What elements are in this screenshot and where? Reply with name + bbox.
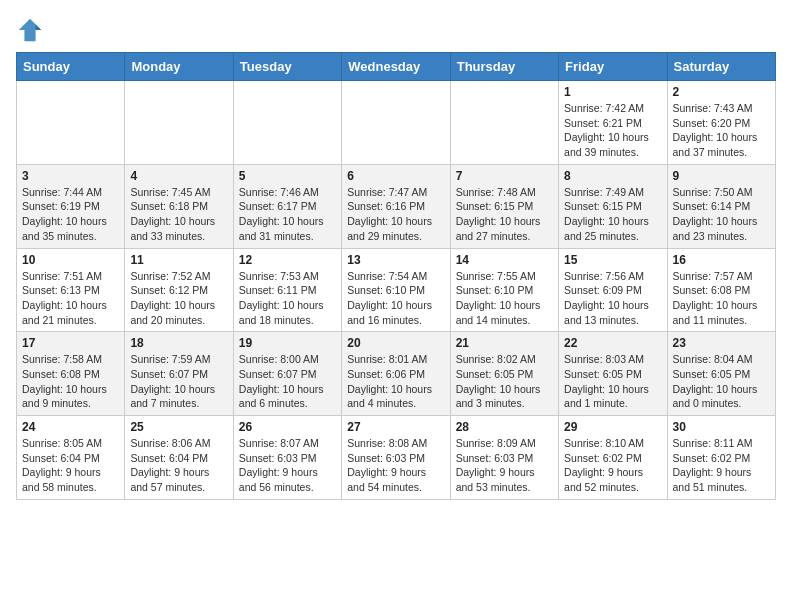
day-info-text: Sunrise: 7:54 AM	[347, 269, 444, 284]
day-info-text: Daylight: 10 hours and 1 minute.	[564, 382, 661, 411]
day-info-text: Sunset: 6:05 PM	[564, 367, 661, 382]
day-info-text: Sunrise: 8:04 AM	[673, 352, 770, 367]
day-info-text: Sunrise: 7:45 AM	[130, 185, 227, 200]
day-number: 18	[130, 336, 227, 350]
day-info-text: Daylight: 10 hours and 0 minutes.	[673, 382, 770, 411]
day-info-text: Daylight: 9 hours and 56 minutes.	[239, 465, 336, 494]
day-info-text: Daylight: 10 hours and 27 minutes.	[456, 214, 553, 243]
svg-marker-1	[36, 24, 42, 30]
day-info-text: Sunset: 6:08 PM	[673, 283, 770, 298]
day-number: 20	[347, 336, 444, 350]
day-info-text: Sunrise: 7:53 AM	[239, 269, 336, 284]
day-info-text: Daylight: 10 hours and 33 minutes.	[130, 214, 227, 243]
day-info-text: Sunset: 6:21 PM	[564, 116, 661, 131]
day-number: 10	[22, 253, 119, 267]
calendar-cell: 15Sunrise: 7:56 AMSunset: 6:09 PMDayligh…	[559, 248, 667, 332]
day-number: 6	[347, 169, 444, 183]
week-row-3: 10Sunrise: 7:51 AMSunset: 6:13 PMDayligh…	[17, 248, 776, 332]
calendar-cell: 29Sunrise: 8:10 AMSunset: 6:02 PMDayligh…	[559, 416, 667, 500]
day-info-text: Sunset: 6:06 PM	[347, 367, 444, 382]
day-info-text: Sunrise: 7:47 AM	[347, 185, 444, 200]
calendar-cell: 30Sunrise: 8:11 AMSunset: 6:02 PMDayligh…	[667, 416, 775, 500]
day-number: 12	[239, 253, 336, 267]
day-info-text: Daylight: 9 hours and 51 minutes.	[673, 465, 770, 494]
day-info-text: Sunrise: 8:11 AM	[673, 436, 770, 451]
day-info-text: Sunset: 6:08 PM	[22, 367, 119, 382]
logo-icon	[16, 16, 44, 44]
day-info-text: Sunset: 6:15 PM	[564, 199, 661, 214]
day-info-text: Daylight: 10 hours and 14 minutes.	[456, 298, 553, 327]
day-number: 9	[673, 169, 770, 183]
day-info-text: Sunset: 6:15 PM	[456, 199, 553, 214]
calendar-cell	[17, 81, 125, 165]
calendar-cell	[342, 81, 450, 165]
day-number: 1	[564, 85, 661, 99]
calendar-cell: 24Sunrise: 8:05 AMSunset: 6:04 PMDayligh…	[17, 416, 125, 500]
day-number: 30	[673, 420, 770, 434]
day-info-text: Daylight: 10 hours and 13 minutes.	[564, 298, 661, 327]
day-info-text: Sunrise: 7:59 AM	[130, 352, 227, 367]
day-info-text: Sunset: 6:10 PM	[347, 283, 444, 298]
day-info-text: Sunrise: 8:07 AM	[239, 436, 336, 451]
week-row-1: 1Sunrise: 7:42 AMSunset: 6:21 PMDaylight…	[17, 81, 776, 165]
day-info-text: Daylight: 10 hours and 4 minutes.	[347, 382, 444, 411]
day-info-text: Daylight: 10 hours and 21 minutes.	[22, 298, 119, 327]
day-info-text: Sunrise: 7:43 AM	[673, 101, 770, 116]
calendar-cell: 23Sunrise: 8:04 AMSunset: 6:05 PMDayligh…	[667, 332, 775, 416]
week-row-4: 17Sunrise: 7:58 AMSunset: 6:08 PMDayligh…	[17, 332, 776, 416]
day-info-text: Daylight: 10 hours and 39 minutes.	[564, 130, 661, 159]
day-number: 24	[22, 420, 119, 434]
calendar-cell: 20Sunrise: 8:01 AMSunset: 6:06 PMDayligh…	[342, 332, 450, 416]
day-info-text: Daylight: 10 hours and 23 minutes.	[673, 214, 770, 243]
day-info-text: Sunrise: 8:09 AM	[456, 436, 553, 451]
day-info-text: Sunrise: 8:00 AM	[239, 352, 336, 367]
day-info-text: Sunrise: 8:05 AM	[22, 436, 119, 451]
day-info-text: Sunrise: 8:01 AM	[347, 352, 444, 367]
day-number: 21	[456, 336, 553, 350]
day-info-text: Sunrise: 7:42 AM	[564, 101, 661, 116]
calendar-cell: 4Sunrise: 7:45 AMSunset: 6:18 PMDaylight…	[125, 164, 233, 248]
day-number: 28	[456, 420, 553, 434]
calendar-cell: 22Sunrise: 8:03 AMSunset: 6:05 PMDayligh…	[559, 332, 667, 416]
day-header-monday: Monday	[125, 53, 233, 81]
day-info-text: Sunrise: 7:57 AM	[673, 269, 770, 284]
day-number: 3	[22, 169, 119, 183]
calendar-cell: 26Sunrise: 8:07 AMSunset: 6:03 PMDayligh…	[233, 416, 341, 500]
calendar-cell: 17Sunrise: 7:58 AMSunset: 6:08 PMDayligh…	[17, 332, 125, 416]
page-header	[16, 16, 776, 44]
day-info-text: Sunrise: 8:06 AM	[130, 436, 227, 451]
day-info-text: Daylight: 9 hours and 53 minutes.	[456, 465, 553, 494]
calendar-cell: 7Sunrise: 7:48 AMSunset: 6:15 PMDaylight…	[450, 164, 558, 248]
day-info-text: Daylight: 10 hours and 20 minutes.	[130, 298, 227, 327]
calendar-cell: 10Sunrise: 7:51 AMSunset: 6:13 PMDayligh…	[17, 248, 125, 332]
day-info-text: Sunset: 6:09 PM	[564, 283, 661, 298]
day-info-text: Sunset: 6:02 PM	[673, 451, 770, 466]
day-number: 17	[22, 336, 119, 350]
calendar-cell: 27Sunrise: 8:08 AMSunset: 6:03 PMDayligh…	[342, 416, 450, 500]
day-number: 16	[673, 253, 770, 267]
calendar-cell: 6Sunrise: 7:47 AMSunset: 6:16 PMDaylight…	[342, 164, 450, 248]
day-info-text: Sunset: 6:11 PM	[239, 283, 336, 298]
day-number: 25	[130, 420, 227, 434]
day-info-text: Daylight: 10 hours and 37 minutes.	[673, 130, 770, 159]
day-info-text: Sunset: 6:05 PM	[456, 367, 553, 382]
day-info-text: Sunrise: 7:50 AM	[673, 185, 770, 200]
day-info-text: Daylight: 10 hours and 7 minutes.	[130, 382, 227, 411]
day-info-text: Daylight: 10 hours and 31 minutes.	[239, 214, 336, 243]
day-number: 26	[239, 420, 336, 434]
calendar-cell: 21Sunrise: 8:02 AMSunset: 6:05 PMDayligh…	[450, 332, 558, 416]
day-info-text: Sunset: 6:04 PM	[130, 451, 227, 466]
day-info-text: Sunset: 6:20 PM	[673, 116, 770, 131]
day-info-text: Sunset: 6:19 PM	[22, 199, 119, 214]
week-row-2: 3Sunrise: 7:44 AMSunset: 6:19 PMDaylight…	[17, 164, 776, 248]
day-number: 23	[673, 336, 770, 350]
day-info-text: Daylight: 9 hours and 58 minutes.	[22, 465, 119, 494]
logo	[16, 16, 48, 44]
calendar-cell: 13Sunrise: 7:54 AMSunset: 6:10 PMDayligh…	[342, 248, 450, 332]
calendar-cell: 12Sunrise: 7:53 AMSunset: 6:11 PMDayligh…	[233, 248, 341, 332]
day-number: 29	[564, 420, 661, 434]
day-info-text: Sunrise: 7:58 AM	[22, 352, 119, 367]
calendar-cell: 3Sunrise: 7:44 AMSunset: 6:19 PMDaylight…	[17, 164, 125, 248]
day-info-text: Sunset: 6:04 PM	[22, 451, 119, 466]
day-info-text: Daylight: 10 hours and 11 minutes.	[673, 298, 770, 327]
